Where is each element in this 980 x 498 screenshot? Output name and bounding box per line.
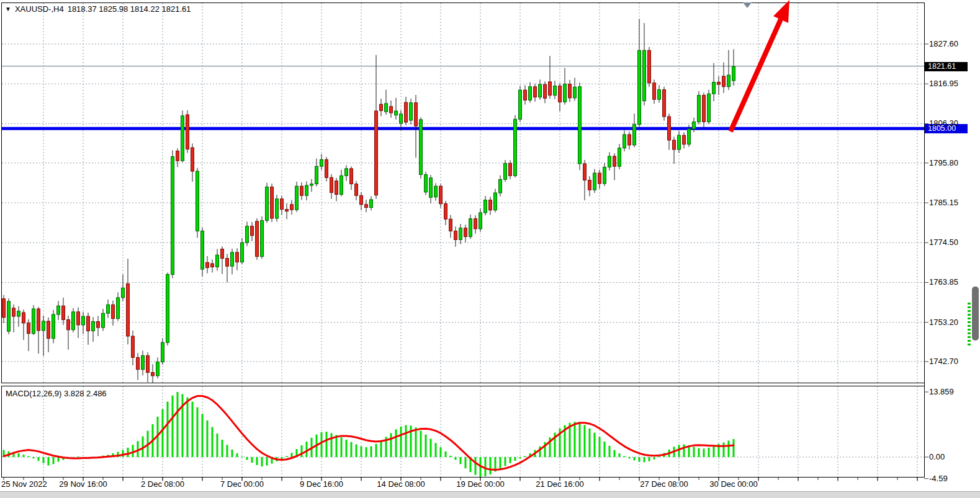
macd-bar [599,437,601,457]
bull-candle [395,111,398,115]
bull-candle [479,213,482,229]
bear-candle [137,357,140,369]
macd-bar [266,457,268,466]
bear-candle [97,322,100,328]
macd-bar [390,433,392,457]
bear-candle [191,148,194,171]
macd-bar [232,450,233,457]
bear-candle [47,321,50,339]
bull-candle [42,321,45,331]
macd-bar [698,448,700,457]
vertical-scrollbar-thumb[interactable] [972,287,979,340]
macd-bar [445,451,447,457]
bear-candle [300,186,303,195]
bull-candle [295,186,299,210]
macd-bar [38,457,40,461]
bear-candle [77,312,80,325]
bear-candle [444,204,447,220]
macd-bar [356,445,357,457]
macd-bar [539,447,541,457]
scrollbar-green-dashes [968,303,971,345]
bull-candle [425,174,428,192]
bear-candle [330,177,333,192]
bull-candle [142,355,145,369]
macd-bar [579,423,581,457]
bear-candle [449,219,452,231]
current-price-tag: 1821.61 [925,62,968,71]
macd-bar [519,457,521,458]
macd-bar [405,425,407,457]
bear-candle [285,210,289,211]
macd-bar [53,457,55,464]
macd-bar [733,439,735,457]
bear-candle [132,336,135,357]
macd-bar [435,443,437,457]
time-axis-label: 30 Dec 00:00 [709,480,757,489]
macd-bar [301,445,303,457]
bear-candle [226,259,229,267]
bear-candle [67,319,70,329]
macd-bar [420,431,422,457]
macd-bar [639,457,641,462]
macd-bar [604,442,606,457]
macd-bar [261,457,263,466]
chart-window: ▼ XAUUSD-,H4 1818.37 1825.98 1814.22 182… [0,0,980,498]
bull-candle [117,298,120,319]
bull-candle [603,167,606,184]
time-axis-label: 9 Dec 16:00 [300,480,343,489]
bull-candle [216,255,219,267]
chart-shift-marker-icon[interactable] [743,2,752,8]
macd-bar [246,457,248,460]
bull-candle [519,90,522,119]
bear-candle [365,205,368,208]
bull-candle [459,228,462,240]
bull-candle [539,84,542,97]
price-axis-label: 1753.20 [929,318,958,327]
macd-bar [425,435,427,457]
time-axis-label: 14 Dec 08:00 [377,480,425,489]
bull-candle [305,185,308,195]
bear-candle [549,82,552,96]
bear-candle [534,87,537,97]
macd-bar [524,456,526,457]
macd-bar [197,407,199,457]
macd-histogram [3,392,735,477]
bear-candle [176,151,179,161]
bear-candle [415,103,418,126]
bull-candle [410,103,413,120]
bear-candle [350,169,353,184]
bear-candle [256,221,259,257]
bear-candle [489,200,492,210]
macd-bar [574,422,576,457]
symbol-dropdown-icon[interactable]: ▼ [5,5,11,14]
macd-bar [341,437,343,457]
macd-signal-line [4,396,734,470]
bull-candle [166,275,169,343]
chart-canvas[interactable] [0,0,980,498]
bull-candle [345,169,348,176]
bear-candle [360,195,363,204]
time-axis-label: 21 Dec 16:00 [536,480,583,489]
price-axis-label: 1827.60 [929,40,958,48]
macd-bar [654,457,655,460]
macd-bar [649,457,650,461]
bear-candle [355,184,358,196]
bull-candle [161,342,164,362]
time-axis-label: 19 Dec 00:00 [456,480,504,489]
bear-candle [588,180,591,190]
bear-candle [613,156,616,166]
macd-bar [490,457,492,474]
bear-candle [281,199,284,210]
ohlc-readout: 1818.37 1825.98 1814.22 1821.61 [68,5,191,14]
macd-bar [584,425,586,457]
macd-bar [202,414,204,457]
macd-bar [510,457,511,463]
bull-candle [658,90,661,100]
bear-candle [146,355,150,372]
macd-bar [222,440,223,457]
macd-bar [609,446,611,457]
macd-indicator-label: MACD(12,26,9) 3.828 2.486 [6,389,107,398]
bull-candle [340,176,343,194]
macd-bar [127,448,129,457]
macd-bar [207,420,209,457]
